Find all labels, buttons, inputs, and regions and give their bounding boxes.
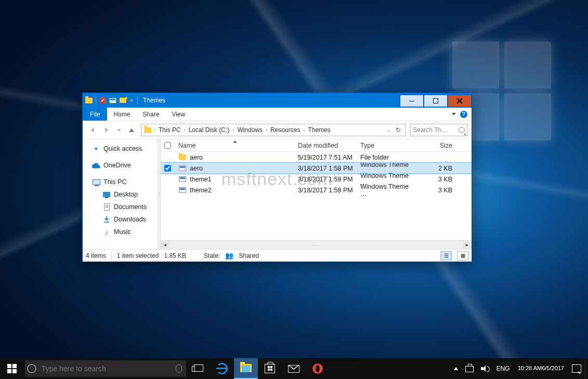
nav-quick-access[interactable]: ✦ Quick access bbox=[83, 142, 161, 155]
scroll-right-button[interactable]: ► bbox=[463, 241, 472, 250]
nav-desktop[interactable]: Desktop bbox=[83, 188, 161, 201]
column-header-name[interactable]: Name bbox=[175, 142, 295, 149]
system-tray: ENG 10:28 AM 6/5/2017 bbox=[450, 358, 588, 379]
folder-icon bbox=[178, 153, 187, 162]
file-type: File folder bbox=[357, 154, 419, 161]
qat-new-folder-icon[interactable] bbox=[119, 96, 127, 104]
file-explorer-icon bbox=[240, 364, 252, 372]
table-row[interactable]: theme13/18/2017 1:59 PMWindows Theme …3 … bbox=[161, 174, 472, 185]
refresh-button[interactable]: ↻ bbox=[393, 126, 403, 134]
navpane-splitter[interactable]: ⋮ bbox=[158, 139, 161, 249]
nav-downloads[interactable]: Downloads bbox=[83, 213, 161, 226]
column-header-type[interactable]: Type bbox=[357, 142, 419, 149]
maximize-button[interactable] bbox=[424, 95, 448, 107]
show-desktop-button[interactable] bbox=[585, 358, 588, 379]
chevron-right-icon[interactable]: › bbox=[183, 127, 187, 133]
help-icon[interactable]: ? bbox=[460, 111, 467, 118]
taskbar-app-file-explorer[interactable] bbox=[234, 358, 258, 379]
nav-onedrive[interactable]: OneDrive bbox=[83, 159, 161, 172]
file-size: 2 KB bbox=[419, 165, 456, 172]
column-checkbox[interactable] bbox=[161, 142, 175, 149]
taskbar-app-store[interactable] bbox=[258, 358, 282, 379]
tray-overflow-button[interactable] bbox=[450, 358, 462, 379]
mail-icon bbox=[288, 365, 299, 373]
breadcrumb[interactable]: › This PC › Local Disk (C:) › Windows › … bbox=[141, 124, 406, 136]
svg-rect-0 bbox=[104, 221, 110, 223]
search-placeholder: Search Th… bbox=[413, 126, 459, 134]
table-row[interactable]: aero5/19/2017 7:51 AMFile folder bbox=[161, 152, 472, 163]
store-icon bbox=[265, 364, 275, 373]
table-row[interactable]: theme23/18/2017 1:59 PMWindows Theme …3 … bbox=[161, 185, 472, 195]
file-name: theme2 bbox=[190, 187, 212, 194]
chevron-up-icon bbox=[454, 367, 458, 370]
start-button[interactable] bbox=[0, 358, 24, 379]
nav-music[interactable]: ♪ Music bbox=[83, 226, 161, 238]
taskbar-search-input[interactable] bbox=[42, 364, 173, 373]
row-checkbox[interactable] bbox=[164, 165, 171, 172]
nav-this-pc[interactable]: This PC bbox=[83, 176, 161, 188]
nav-up-button[interactable] bbox=[126, 125, 137, 135]
minimize-button[interactable] bbox=[400, 95, 424, 107]
shared-icon: 👥 bbox=[225, 252, 233, 259]
breadcrumb-segment[interactable]: This PC bbox=[158, 126, 182, 134]
status-selection: 1 item selected bbox=[117, 252, 159, 259]
pc-icon bbox=[92, 178, 100, 186]
tray-network-button[interactable] bbox=[462, 358, 477, 379]
chevron-right-icon[interactable]: › bbox=[231, 127, 235, 133]
task-view-button[interactable] bbox=[186, 358, 210, 379]
tray-action-center-button[interactable] bbox=[568, 358, 585, 379]
star-icon: ✦ bbox=[92, 145, 100, 153]
ribbon-tab-share[interactable]: Share bbox=[136, 111, 165, 118]
clock-date: 6/5/2017 bbox=[542, 365, 564, 372]
tray-clock[interactable]: 10:28 AM 6/5/2017 bbox=[514, 358, 568, 379]
clock-time: 10:28 AM bbox=[518, 365, 542, 372]
breadcrumb-segment[interactable]: Themes bbox=[307, 126, 331, 134]
file-type: Windows Theme … bbox=[357, 183, 419, 198]
search-icon bbox=[459, 127, 465, 133]
breadcrumb-segment[interactable]: Windows bbox=[236, 126, 264, 134]
qat-properties-icon[interactable] bbox=[109, 96, 117, 104]
action-center-icon bbox=[572, 364, 581, 373]
status-state-label: State: bbox=[204, 252, 220, 259]
microphone-icon[interactable] bbox=[176, 364, 182, 373]
ribbon-tab-view[interactable]: View bbox=[165, 111, 191, 118]
thumbnails-view-button[interactable]: ▦ bbox=[457, 251, 468, 260]
quick-access-toolbar: ✔ ▾ bbox=[83, 96, 141, 104]
scroll-left-button[interactable]: ◄ bbox=[161, 241, 169, 250]
details-view-button[interactable]: ☰ bbox=[440, 251, 452, 260]
column-header-date[interactable]: Date modified bbox=[295, 142, 357, 149]
navigation-pane: ✦ Quick access OneDrive This PC bbox=[83, 139, 161, 249]
taskbar-app-opera[interactable] bbox=[306, 358, 330, 379]
close-button[interactable] bbox=[448, 95, 472, 107]
chevron-right-icon[interactable]: › bbox=[302, 127, 306, 133]
nav-recent-dropdown[interactable] bbox=[116, 125, 122, 135]
nav-forward-button[interactable] bbox=[101, 125, 112, 135]
taskbar-search[interactable] bbox=[25, 360, 186, 377]
chevron-right-icon[interactable]: › bbox=[153, 127, 156, 133]
qat-pin-icon[interactable]: ✔ bbox=[99, 96, 107, 104]
nav-documents[interactable]: Documents bbox=[83, 201, 161, 213]
windows-logo-icon bbox=[7, 364, 17, 373]
cloud-icon bbox=[92, 161, 100, 169]
qat-customize-dropdown[interactable]: ▾ bbox=[130, 98, 133, 103]
taskbar-app-edge[interactable] bbox=[210, 358, 234, 379]
breadcrumb-segment[interactable]: Local Disk (C:) bbox=[188, 126, 231, 134]
breadcrumb-history-dropdown[interactable]: ⌄ bbox=[386, 127, 392, 133]
horizontal-scrollbar[interactable]: ◄ ∙∙∙ ► bbox=[161, 240, 472, 249]
taskbar-app-mail[interactable] bbox=[282, 358, 306, 379]
tray-language-button[interactable]: ENG bbox=[493, 358, 514, 379]
ribbon-expand-icon[interactable] bbox=[452, 113, 456, 115]
table-row[interactable]: aero3/18/2017 1:58 PMWindows Theme …2 KB bbox=[161, 163, 472, 174]
sort-ascending-icon bbox=[233, 140, 237, 143]
scrollbar-track[interactable]: ∙∙∙ bbox=[169, 242, 463, 248]
breadcrumb-segment[interactable]: Resources bbox=[269, 126, 301, 134]
search-input[interactable]: Search Th… bbox=[410, 124, 467, 136]
download-icon bbox=[102, 215, 111, 224]
titlebar[interactable]: ✔ ▾ Themes bbox=[83, 93, 472, 108]
chevron-right-icon[interactable]: › bbox=[265, 127, 268, 133]
ribbon-tab-file[interactable]: File bbox=[83, 108, 107, 121]
ribbon-tab-home[interactable]: Home bbox=[107, 111, 136, 118]
nav-back-button[interactable] bbox=[87, 125, 97, 135]
tray-volume-button[interactable] bbox=[477, 358, 493, 379]
column-header-size[interactable]: Size bbox=[419, 142, 456, 149]
